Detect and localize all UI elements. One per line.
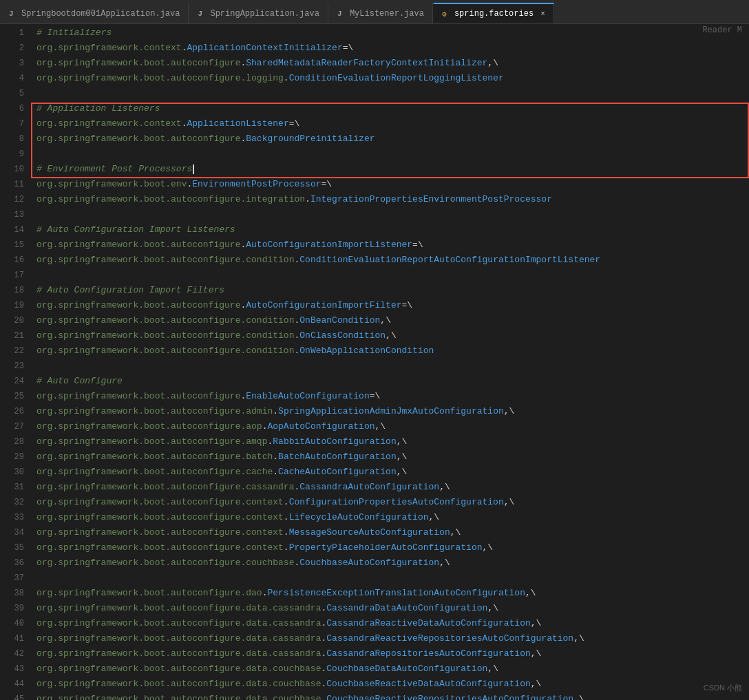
line-number: 21 [0,328,24,343]
code-line: org.springframework.boot.autoconfigure.d… [36,692,749,700]
code-part: LifecycleAutoConfiguration [289,512,429,522]
comment-text: # Initializers [36,28,112,38]
code-line: org.springframework.boot.autoconfigure.c… [36,525,749,540]
java-tab-icon: J [9,10,17,18]
code-part: = [343,43,348,53]
code-part: BackgroundPreinitializer [246,134,374,144]
code-line [36,359,749,374]
code-part: . [273,452,278,462]
code-line: org.springframework.boot.autoconfigure.c… [36,480,749,495]
comment-text: # Auto Configuration Import Listeners [36,224,235,235]
code-part: org.springframework.boot.autoconfigure [36,300,240,310]
line-number: 2 [0,41,24,56]
code-part: , [397,467,402,477]
code-line: org.springframework.context.ApplicationL… [36,116,749,131]
code-part: CacheAutoConfiguration [278,467,397,477]
code-part: , [531,679,536,689]
code-line [36,86,749,101]
code-part: \ [391,330,397,341]
line-number: 1 [0,25,24,41]
tab-tab-springapp[interactable]: JSpringApplication.java [189,3,328,23]
code-part: org.springframework.boot.autoconfigure.c… [36,467,273,477]
code-part: \ [579,694,584,700]
code-part: . [284,527,289,538]
code-part: org.springframework.boot.autoconfigure [36,391,240,401]
code-line: org.springframework.boot.autoconfigure.S… [36,56,749,71]
comment-text: # Auto Configure [36,376,123,386]
code-part: SpringApplicationAdminJmxAutoConfigurati… [278,406,504,416]
code-part: org.springframework.boot.autoconfigure.d… [36,633,321,644]
code-part: = [289,118,295,129]
code-part: org.springframework.boot.autoconfigure [36,240,240,250]
line-number: 23 [0,359,24,374]
code-part: org.springframework.boot.env [36,179,187,189]
tab-close-button[interactable]: × [540,10,545,18]
code-part: org.springframework.boot.autoconfigure.a… [36,406,273,416]
code-part: org.springframework.boot.autoconfigure.c… [36,315,294,326]
line-number: 10 [0,162,24,177]
line-number: 9 [0,147,24,162]
tab-tab-springfactories[interactable]: ⚙spring.factories× [433,3,554,23]
line-number: 18 [0,283,24,298]
code-part: AopAutoConfiguration [267,421,374,432]
code-part: \ [487,542,493,553]
code-line: # Application Listeners [36,101,749,116]
code-part: , [397,452,402,462]
code-part: org.springframework.boot.autoconfigure.l… [36,73,284,83]
code-part: . [284,512,289,522]
code-part: org.springframework.boot.autoconfigure.c… [36,346,294,356]
code-part: , [439,558,445,568]
line-number: 11 [0,177,24,192]
code-part: CouchbaseReactiveRepositoriesAutoConfigu… [326,694,573,700]
code-part: CouchbaseAutoConfiguration [299,558,439,568]
code-line: org.springframework.boot.autoconfigure.c… [36,495,749,510]
empty-line [36,270,42,280]
line-number: 30 [0,465,24,480]
code-part: , [525,588,531,598]
code-line: # Initializers [36,25,749,41]
code-part: \ [536,618,542,628]
code-line: org.springframework.boot.autoconfigure.d… [36,661,749,677]
line-number: 41 [0,631,24,646]
code-part: , [450,527,456,538]
line-number: 39 [0,601,24,616]
code-part: . [305,194,310,204]
code-part: . [284,542,289,553]
tab-tab-springbootapp[interactable]: JSpringbootdom001Application.java [0,3,189,23]
editor-container: 1234567891011121314151617181920212223242… [0,24,749,700]
code-part: = [412,240,418,250]
code-part: org.springframework.boot.autoconfigure.c… [36,482,294,492]
code-line [36,207,749,222]
code-line: org.springframework.boot.autoconfigure.a… [36,404,749,419]
code-line: org.springframework.context.ApplicationC… [36,41,749,56]
code-part: BatchAutoConfiguration [278,452,397,462]
line-number: 25 [0,389,24,404]
comment-text: # Application Listeners [36,103,160,114]
code-line: org.springframework.boot.autoconfigure.c… [36,343,749,359]
code-content: # Initializersorg.springframework.contex… [31,24,749,700]
code-part: , [531,618,536,628]
line-number: 4 [0,71,24,86]
code-part: , [573,633,579,644]
reader-mode-label: Reader M [702,25,742,35]
empty-line [36,361,42,371]
code-part: \ [375,391,381,401]
code-part: org.springframework.boot.autoconfigure.d… [36,664,321,674]
code-part: \ [536,679,542,689]
code-line [36,147,749,162]
empty-line [36,573,42,583]
line-number: 28 [0,434,24,449]
code-line: # Auto Configuration Import Listeners [36,222,749,237]
line-number: 20 [0,313,24,328]
tab-tab-mylistener[interactable]: JMyListener.java [328,3,433,23]
code-line: org.springframework.boot.autoconfigure.a… [36,419,749,434]
line-number: 38 [0,586,24,601]
code-part: OnBeanCondition [299,315,380,326]
code-part: OnClassCondition [299,330,386,341]
code-part: \ [407,300,412,310]
code-line: org.springframework.boot.autoconfigure.c… [36,313,749,328]
empty-line [36,209,42,220]
comment-text: # Auto Configuration Import Filters [36,285,224,295]
code-part: \ [493,603,498,613]
factory-tab-icon: ⚙ [442,10,450,18]
